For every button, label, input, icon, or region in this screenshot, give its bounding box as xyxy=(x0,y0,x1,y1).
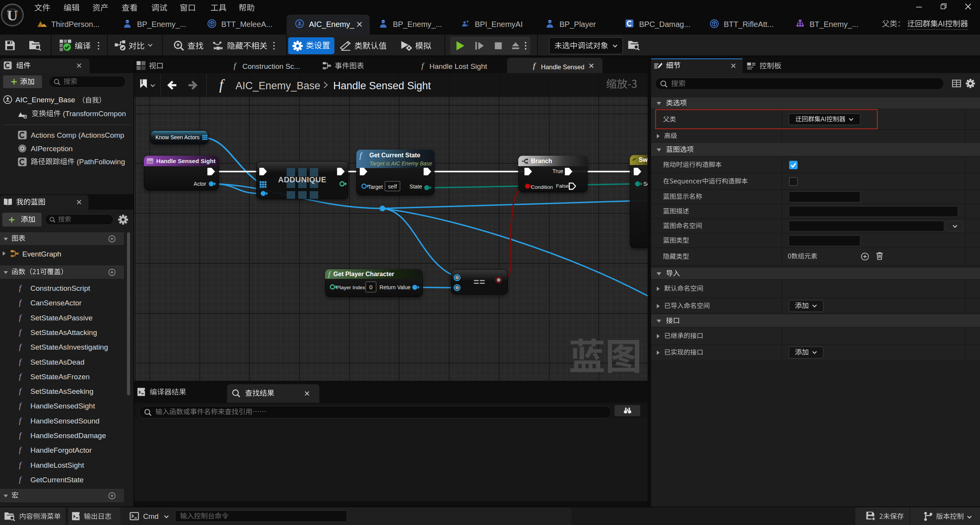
svg-text:f: f xyxy=(19,329,22,337)
svg-text:f: f xyxy=(19,402,22,410)
svg-text:f: f xyxy=(533,62,536,70)
svg-text:f: f xyxy=(19,343,22,351)
svg-text:f: f xyxy=(19,417,22,425)
svg-text:f: f xyxy=(19,388,22,395)
svg-text:f: f xyxy=(19,314,22,322)
svg-text:U: U xyxy=(7,7,18,23)
svg-text:f: f xyxy=(19,373,22,381)
svg-text:f: f xyxy=(19,462,22,469)
svg-text:f: f xyxy=(19,447,22,454)
svg-text:f: f xyxy=(421,62,425,70)
svg-text:f: f xyxy=(19,358,22,366)
svg-text:f: f xyxy=(19,299,22,307)
svg-text:f: f xyxy=(234,62,237,70)
svg-text:f: f xyxy=(19,432,22,440)
svg-text:f: f xyxy=(19,285,22,292)
svg-text:f: f xyxy=(19,476,22,484)
